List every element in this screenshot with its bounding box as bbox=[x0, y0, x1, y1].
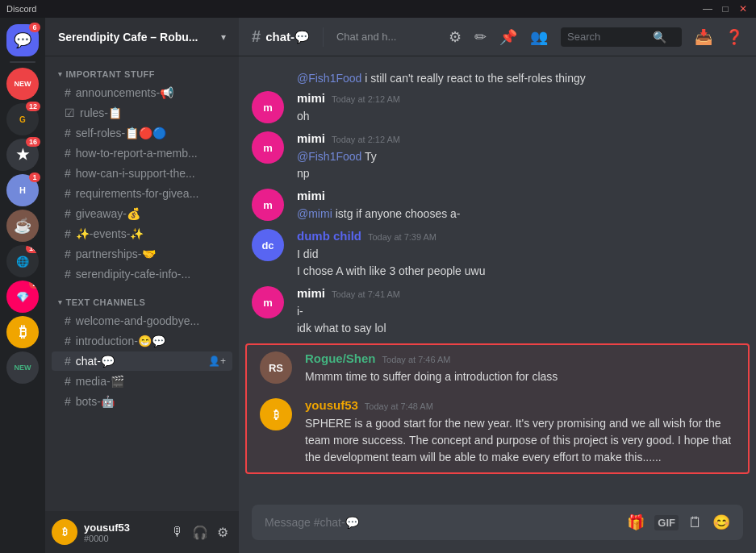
message-author: dumb child bbox=[297, 229, 361, 243]
channel-welcome[interactable]: # welcome-and-goodbye... bbox=[52, 311, 232, 331]
server-label: 🌐 bbox=[16, 256, 29, 268]
channel-giveaway[interactable]: # giveaway-💰 bbox=[52, 204, 232, 223]
hash-icon: # bbox=[65, 314, 71, 327]
message-timestamp: Today at 7:46 AM bbox=[382, 355, 451, 364]
inbox-icon[interactable]: 📥 bbox=[695, 28, 712, 46]
server-badge: 2 bbox=[29, 281, 39, 289]
message-group-mimi-741: m mimi Today at 7:41 AM i- idk what to s… bbox=[239, 283, 756, 340]
mention: @Fish1Food bbox=[297, 72, 361, 85]
server-label: ₿ bbox=[19, 324, 27, 341]
server-icon-new2[interactable]: NEW bbox=[6, 351, 39, 384]
search-box[interactable]: 🔍 bbox=[561, 27, 682, 47]
message-header: mimi Today at 7:41 AM bbox=[297, 286, 743, 300]
server-label: H bbox=[19, 185, 26, 195]
message-content: mimi Today at 2:12 AM @Fish1Food Ty np bbox=[297, 131, 743, 182]
hash-icon: # bbox=[65, 207, 71, 220]
hash-icon: # bbox=[65, 335, 71, 347]
server-icon-new[interactable]: NEW bbox=[6, 68, 39, 100]
message-text: @Fish1Food Ty bbox=[297, 148, 743, 165]
header-actions: ⚙ ✏ 📌 👥 🔍 📥 ❓ bbox=[449, 27, 743, 47]
message-group-mimi-ty: m mimi Today at 2:12 AM @Fish1Food Ty np bbox=[239, 128, 756, 185]
hash-settings-icon[interactable]: ⚙ bbox=[449, 28, 462, 46]
search-input[interactable] bbox=[567, 31, 648, 43]
server-icon-star[interactable]: ★ 16 bbox=[6, 139, 39, 171]
channels-list: ▾ IMPORTANT STUFF # announcements-📢 ☑ ru… bbox=[45, 56, 239, 511]
pencil-icon[interactable]: ✏ bbox=[474, 28, 487, 46]
server-icon-gonft[interactable]: G 12 bbox=[6, 103, 39, 135]
mention: @Fish1Food bbox=[297, 150, 361, 163]
category-text-channels[interactable]: ▾ TEXT CHANNELS bbox=[45, 285, 239, 310]
hash-icon: # bbox=[65, 375, 71, 388]
gift-icon[interactable]: 🎁 bbox=[627, 514, 645, 531]
emoji-icon[interactable]: 😊 bbox=[712, 514, 730, 531]
hash-icon: # bbox=[65, 127, 71, 139]
pin-icon[interactable]: 📌 bbox=[499, 28, 517, 46]
message-author: mimi bbox=[297, 131, 325, 145]
channel-support[interactable]: # how-can-i-support-the... bbox=[52, 164, 232, 183]
message-timestamp: Today at 7:48 AM bbox=[365, 401, 433, 411]
channel-events[interactable]: # ✨-events-✨ bbox=[52, 224, 232, 243]
help-icon[interactable]: ❓ bbox=[725, 28, 743, 46]
gif-icon[interactable]: GIF bbox=[654, 515, 679, 530]
message-group-mimi-oh: m mimi Today at 2:12 AM oh bbox=[239, 88, 756, 128]
sidebar-header[interactable]: Serendipity Cafe – Robu... ▾ bbox=[45, 18, 239, 56]
avatar-text: ₿ bbox=[62, 526, 68, 538]
avatar: ₿ bbox=[260, 398, 292, 430]
sticker-icon[interactable]: 🗒 bbox=[688, 514, 703, 531]
channel-rules[interactable]: ☑ rules-📋 bbox=[52, 103, 232, 123]
messages-container: @Fish1Food i still can't really react to… bbox=[239, 56, 756, 505]
channel-cafe-info[interactable]: # serendipity-cafe-info-... bbox=[52, 264, 232, 284]
category-important-stuff[interactable]: ▾ IMPORTANT STUFF bbox=[45, 56, 239, 82]
message-content: dumb child Today at 7:39 AM I did I chos… bbox=[297, 229, 743, 280]
server-icon-s7[interactable]: 💎 2 bbox=[6, 281, 39, 313]
channel-announcements[interactable]: # announcements-📢 bbox=[52, 83, 232, 102]
channel-name: giveaway-💰 bbox=[76, 207, 226, 220]
message-text-np: np bbox=[297, 165, 743, 182]
sidebar-footer: ₿ yousuf53 #0000 🎙 🎧 ⚙ bbox=[45, 511, 239, 553]
settings-icon[interactable]: ⚙ bbox=[213, 525, 232, 540]
server-list: 💬 6 NEW G 12 ★ 16 H 1 ☕ 🌐 10 💎 2 bbox=[0, 18, 45, 553]
members-icon[interactable]: 👥 bbox=[530, 28, 548, 46]
message-content: yousuf53 Today at 7:48 AM SPHERE is a go… bbox=[305, 398, 735, 466]
channel-requirements[interactable]: # requirements-for-givea... bbox=[52, 184, 232, 203]
microphone-icon[interactable]: 🎙 bbox=[168, 525, 187, 540]
server-label: 💬 bbox=[14, 31, 31, 49]
highlighted-messages: RS Rogue/Shen Today at 7:46 AM Mmmm time… bbox=[245, 343, 750, 474]
server-label: G bbox=[19, 115, 26, 124]
server-icon-discord[interactable]: 💬 6 bbox=[6, 24, 39, 56]
message-author: mimi bbox=[297, 189, 325, 202]
channel-name: self-roles-📋🔴🔵 bbox=[76, 127, 226, 139]
close-button[interactable]: ✕ bbox=[737, 3, 750, 15]
channel-partnerships[interactable]: # partnerships-🤝 bbox=[52, 244, 232, 264]
channel-bots[interactable]: # bots-🤖 bbox=[52, 392, 232, 411]
message-timestamp: Today at 7:41 AM bbox=[332, 289, 400, 299]
add-channel-icon[interactable]: 👤+ bbox=[208, 356, 226, 367]
avatar: m bbox=[252, 131, 284, 164]
message-group-mimi-istg: m mimi @mimi istg if anyone chooses a- bbox=[239, 185, 756, 226]
hash-icon: # bbox=[65, 247, 71, 260]
channel-chat[interactable]: # chat-💬 👤+ bbox=[52, 351, 232, 371]
message-content: Rogue/Shen Today at 7:46 AM Mmmm time to… bbox=[305, 351, 735, 385]
maximize-button[interactable]: □ bbox=[719, 3, 732, 15]
channel-media[interactable]: # media-🎬 bbox=[52, 372, 232, 391]
footer-user-info: yousuf53 #0000 bbox=[84, 522, 161, 543]
channel-name: rules-📋 bbox=[80, 106, 226, 119]
message-author: mimi bbox=[297, 91, 325, 105]
channel-self-roles[interactable]: # self-roles-📋🔴🔵 bbox=[52, 123, 232, 143]
channel-report[interactable]: # how-to-report-a-memb... bbox=[52, 143, 232, 163]
message-header: mimi bbox=[297, 189, 743, 202]
message-input[interactable] bbox=[265, 516, 617, 529]
titlebar-controls: — □ ✕ bbox=[701, 3, 750, 15]
server-icon-harshit[interactable]: H 1 bbox=[6, 174, 39, 206]
message-content: mimi Today at 7:41 AM i- idk what to say… bbox=[297, 286, 743, 337]
minimize-button[interactable]: — bbox=[701, 3, 714, 15]
server-label: NEW bbox=[15, 364, 31, 372]
server-icon-s6[interactable]: 🌐 10 bbox=[6, 245, 39, 277]
server-icon-coffee[interactable]: ☕ bbox=[6, 210, 39, 242]
headphones-icon[interactable]: 🎧 bbox=[190, 525, 210, 540]
message-group: @Fish1Food i still can't really react to… bbox=[239, 69, 756, 88]
channel-name: chat-💬 bbox=[76, 355, 203, 368]
channel-introduction[interactable]: # introduction-😁💬 bbox=[52, 331, 232, 351]
input-actions: 🎁 GIF 🗒 😊 bbox=[627, 514, 730, 531]
server-icon-bitcoin[interactable]: ₿ bbox=[6, 316, 39, 348]
